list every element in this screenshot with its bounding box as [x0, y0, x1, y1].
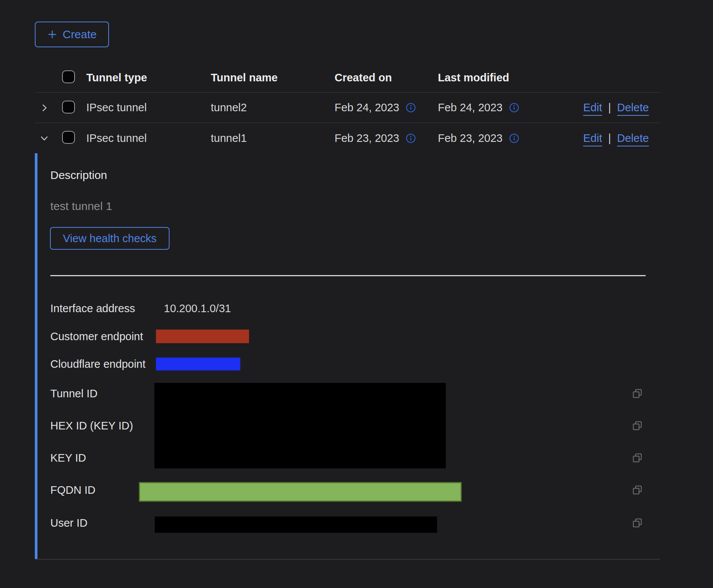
copy-user-id-button[interactable] — [631, 517, 643, 529]
cell-tunnel-name: tunnel2 — [211, 101, 335, 114]
chevron-down-icon — [39, 133, 49, 143]
fqdn-id-label: FQDN ID — [50, 484, 95, 496]
col-header-tunnel-name: Tunnel name — [211, 72, 335, 84]
cell-tunnel-name: tunnel1 — [211, 132, 335, 145]
actions-separator: | — [608, 132, 611, 145]
col-header-created-on: Created on — [335, 72, 438, 84]
key-id-label: KEY ID — [50, 452, 86, 464]
create-button[interactable]: Create — [35, 22, 109, 47]
plus-icon — [47, 29, 58, 40]
copy-icon — [632, 388, 643, 399]
edit-link[interactable]: Edit — [583, 132, 602, 145]
ipsec-tunnels-page: { "colors": { "page_bg": "#1d1d1f", "acc… — [0, 0, 713, 588]
info-icon — [509, 133, 519, 143]
copy-fqdn-id-button[interactable] — [631, 484, 643, 496]
col-header-last-modified: Last modified — [438, 72, 583, 84]
table-row-tunnel2: IPsec tunnel tunnel2 Feb 24, 2023 Feb 24… — [35, 93, 660, 123]
copy-icon — [632, 517, 643, 529]
copy-icon — [632, 452, 643, 464]
interface-address-value: 10.200.1.0/31 — [164, 302, 231, 315]
row-checkbox[interactable] — [62, 101, 75, 114]
info-icon — [406, 103, 416, 113]
cell-last-modified: Feb 24, 2023 — [438, 101, 503, 114]
col-header-tunnel-type: Tunnel type — [86, 72, 211, 84]
info-icon — [509, 103, 519, 113]
tunnel-id-label: Tunnel ID — [50, 387, 98, 400]
description-value: test tunnel 1 — [50, 200, 112, 213]
ids-redacted-values — [154, 383, 446, 468]
cell-last-modified: Feb 23, 2023 — [438, 132, 503, 145]
expand-row-button[interactable] — [39, 103, 49, 113]
edit-link[interactable]: Edit — [583, 101, 602, 114]
tunnel-detail-panel: Description test tunnel 1 View health ch… — [35, 153, 660, 559]
copy-icon — [632, 420, 643, 431]
customer-endpoint-label: Customer endpoint — [50, 330, 143, 343]
created-on-info-button[interactable] — [406, 133, 416, 143]
cell-tunnel-type: IPsec tunnel — [86, 132, 211, 145]
last-modified-info-button[interactable] — [509, 103, 519, 113]
customer-endpoint-redacted-value — [156, 330, 249, 343]
delete-link[interactable]: Delete — [617, 132, 649, 145]
row-checkbox[interactable] — [62, 131, 75, 144]
last-modified-info-button[interactable] — [509, 133, 519, 143]
table-header-row: Tunnel type Tunnel name Created on Last … — [35, 63, 660, 93]
cell-created-on: Feb 23, 2023 — [335, 132, 399, 145]
hex-id-label: HEX ID (KEY ID) — [50, 420, 133, 432]
info-icon — [406, 133, 416, 143]
panel-divider — [50, 275, 646, 276]
copy-icon — [632, 484, 643, 496]
description-label: Description — [50, 169, 107, 182]
created-on-info-button[interactable] — [406, 103, 416, 113]
interface-address-label: Interface address — [50, 302, 135, 315]
view-health-checks-button[interactable]: View health checks — [50, 227, 170, 250]
collapse-row-button[interactable] — [39, 133, 49, 143]
tunnels-table: Tunnel type Tunnel name Created on Last … — [35, 63, 660, 153]
copy-hex-id-button[interactable] — [631, 420, 643, 432]
fqdn-id-redacted-value — [139, 482, 462, 502]
copy-key-id-button[interactable] — [631, 452, 643, 464]
copy-tunnel-id-button[interactable] — [631, 387, 643, 400]
chevron-right-icon — [39, 103, 49, 113]
cloudflare-endpoint-label: Cloudflare endpoint — [50, 358, 146, 370]
table-row-tunnel1: IPsec tunnel tunnel1 Feb 23, 2023 Feb 23… — [35, 123, 660, 153]
select-all-checkbox[interactable] — [62, 70, 75, 83]
cell-created-on: Feb 24, 2023 — [335, 101, 399, 114]
delete-link[interactable]: Delete — [617, 101, 649, 114]
cloudflare-endpoint-redacted-value — [156, 358, 240, 370]
actions-separator: | — [608, 101, 611, 114]
user-id-label: User ID — [50, 517, 87, 529]
cell-tunnel-type: IPsec tunnel — [86, 101, 211, 114]
create-button-label: Create — [62, 28, 97, 41]
user-id-redacted-value — [155, 516, 437, 533]
